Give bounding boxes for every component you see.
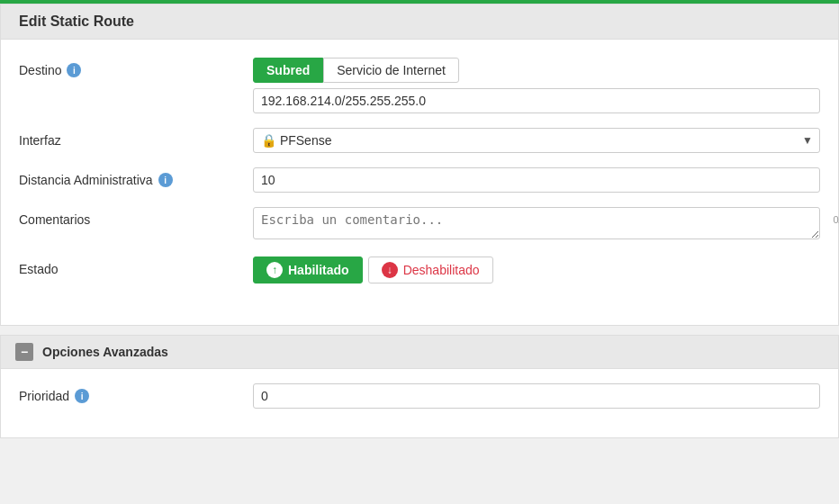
- distancia-controls: [253, 167, 820, 193]
- destino-type-group: Subred Servicio de Internet: [253, 58, 820, 83]
- advanced-title: Opciones Avanzadas: [42, 345, 168, 359]
- destino-label: Destino i: [19, 58, 253, 77]
- destino-controls: Subred Servicio de Internet: [253, 58, 820, 113]
- panel-title: Edit Static Route: [19, 14, 134, 29]
- comentarios-label: Comentarios: [19, 207, 253, 227]
- habilitado-icon: ↑: [266, 262, 283, 278]
- destino-row: Destino i Subred Servicio de Internet: [19, 58, 820, 113]
- advanced-body: Prioridad i: [1, 369, 838, 437]
- comentarios-textarea[interactable]: [253, 207, 820, 239]
- prioridad-label: Prioridad i: [19, 383, 253, 403]
- ip-input[interactable]: [253, 88, 820, 113]
- estado-label: Estado: [19, 256, 253, 276]
- subred-button[interactable]: Subred: [253, 58, 323, 83]
- comentarios-controls: 0/255: [253, 207, 820, 242]
- interfaz-row: Interfaz 🔒 PFSense ▼: [19, 128, 820, 153]
- deshabilitado-button[interactable]: ↓ Deshabilitado: [368, 256, 493, 284]
- internet-button[interactable]: Servicio de Internet: [323, 58, 459, 83]
- estado-controls: ↑ Habilitado ↓ Deshabilitado: [253, 256, 820, 284]
- main-panel: Edit Static Route Destino i Subred Servi…: [0, 4, 839, 326]
- estado-group: ↑ Habilitado ↓ Deshabilitado: [253, 256, 820, 284]
- interfaz-controls: 🔒 PFSense ▼: [253, 128, 820, 153]
- comentarios-wrapper: 0/255: [253, 207, 820, 242]
- interfaz-label: Interfaz: [19, 128, 253, 148]
- advanced-section: − Opciones Avanzadas Prioridad i: [0, 335, 839, 438]
- collapse-icon: −: [15, 343, 33, 361]
- interfaz-select-wrapper: 🔒 PFSense ▼: [253, 128, 820, 153]
- char-count: 0/255: [833, 214, 839, 225]
- panel-header: Edit Static Route: [1, 4, 838, 40]
- habilitado-button[interactable]: ↑ Habilitado: [253, 256, 363, 284]
- prioridad-info-icon[interactable]: i: [75, 389, 89, 403]
- prioridad-row: Prioridad i: [19, 383, 820, 409]
- distancia-row: Distancia Administrativa i: [19, 167, 820, 193]
- deshabilitado-icon: ↓: [382, 262, 398, 278]
- comentarios-row: Comentarios 0/255: [19, 207, 820, 242]
- destino-info-icon[interactable]: i: [67, 63, 81, 77]
- advanced-header[interactable]: − Opciones Avanzadas: [1, 336, 838, 369]
- estado-row: Estado ↑ Habilitado ↓ Deshabilitado: [19, 256, 820, 284]
- panel-body: Destino i Subred Servicio de Internet In…: [1, 40, 838, 325]
- prioridad-controls: [253, 383, 820, 409]
- distancia-label: Distancia Administrativa i: [19, 167, 253, 187]
- interfaz-select[interactable]: 🔒 PFSense: [253, 128, 820, 153]
- distancia-info-icon[interactable]: i: [158, 173, 173, 187]
- prioridad-input[interactable]: [253, 383, 820, 409]
- distancia-input[interactable]: [253, 167, 820, 193]
